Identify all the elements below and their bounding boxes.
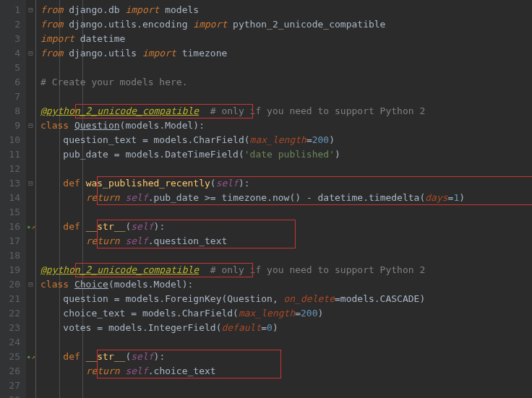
line-number: 14 <box>3 191 20 205</box>
fold-marker <box>26 321 35 335</box>
fold-marker[interactable] <box>26 220 35 234</box>
line-number: 16 <box>3 220 20 234</box>
line-number: 3 <box>3 32 20 46</box>
line-number: 17 <box>3 234 20 248</box>
line-number: 5 <box>3 61 20 75</box>
fold-marker <box>26 147 35 162</box>
line-number: 25 <box>3 350 20 364</box>
fold-marker <box>26 248 35 263</box>
line-number: 15 <box>3 205 20 220</box>
line-number: 27 <box>3 378 20 393</box>
line-number: 26 <box>3 364 20 378</box>
line-number: 4 <box>3 46 20 61</box>
code-line[interactable]: # Create your models here. <box>40 75 532 90</box>
code-line[interactable]: pub_date = models.DateTimeField('date pu… <box>40 147 532 162</box>
fold-marker <box>26 90 35 104</box>
code-line[interactable]: return self.question_text <box>40 234 532 248</box>
fold-marker <box>26 75 35 90</box>
line-number: 8 <box>3 104 20 118</box>
code-line[interactable]: def __str__(self): <box>40 350 532 364</box>
code-line[interactable] <box>40 335 532 350</box>
code-line[interactable]: class Choice(models.Model): <box>40 277 532 292</box>
line-number: 9 <box>3 118 20 133</box>
fold-marker <box>26 17 35 32</box>
code-line[interactable]: @python_2_unicode_compatible # only if y… <box>40 104 532 118</box>
code-line[interactable]: votes = models.IntegerField(default=0) <box>40 321 532 335</box>
fold-marker <box>26 32 35 46</box>
code-line[interactable]: question = models.ForeignKey(Question, o… <box>40 292 532 306</box>
fold-marker <box>26 364 35 378</box>
fold-marker[interactable] <box>26 3 35 17</box>
line-number: 21 <box>3 292 20 306</box>
code-line[interactable]: @python_2_unicode_compatible # only if y… <box>40 263 532 277</box>
fold-marker <box>26 306 35 321</box>
line-number: 12 <box>3 162 20 176</box>
line-number: 23 <box>3 321 20 335</box>
line-number: 2 <box>3 17 20 32</box>
code-line[interactable] <box>40 61 532 75</box>
line-number: 7 <box>3 90 20 104</box>
line-number: 24 <box>3 335 20 350</box>
fold-marker <box>26 133 35 147</box>
line-number: 22 <box>3 306 20 321</box>
line-number: 20 <box>3 277 20 292</box>
fold-marker[interactable] <box>26 46 35 61</box>
code-line[interactable]: from django.utils import timezone <box>40 46 532 61</box>
code-line[interactable]: return self.choice_text <box>40 364 532 378</box>
code-line[interactable] <box>40 90 532 104</box>
code-area[interactable]: from django.db import modelsfrom django.… <box>36 0 532 398</box>
code-line[interactable]: class Question(models.Model): <box>40 118 532 133</box>
fold-marker[interactable] <box>26 350 35 364</box>
line-number: 10 <box>3 133 20 147</box>
code-line[interactable] <box>40 393 532 398</box>
code-line[interactable]: choice_text = models.CharField(max_lengt… <box>40 306 532 321</box>
code-editor: 1234567891011121314151617181920212223242… <box>0 0 532 398</box>
fold-marker[interactable] <box>26 176 35 191</box>
fold-marker <box>26 191 35 205</box>
code-line[interactable]: import datetime <box>40 32 532 46</box>
fold-marker <box>26 234 35 248</box>
fold-marker <box>26 205 35 220</box>
code-line[interactable]: from django.db import models <box>40 3 532 17</box>
fold-marker <box>26 162 35 176</box>
fold-marker <box>26 61 35 75</box>
fold-marker[interactable] <box>26 118 35 133</box>
code-line[interactable] <box>40 162 532 176</box>
code-line[interactable]: def was_published_recently(self): <box>40 176 532 191</box>
code-line[interactable]: question_text = models.CharField(max_len… <box>40 133 532 147</box>
line-number: 13 <box>3 176 20 191</box>
code-line[interactable]: return self.pub_date >= timezone.now() -… <box>40 191 532 205</box>
line-number-gutter: 1234567891011121314151617181920212223242… <box>0 0 26 398</box>
line-number: 19 <box>3 263 20 277</box>
line-number: 18 <box>3 248 20 263</box>
code-line[interactable] <box>40 378 532 393</box>
fold-marker <box>26 263 35 277</box>
fold-marker <box>26 104 35 118</box>
code-line[interactable] <box>40 205 532 220</box>
fold-marker <box>26 292 35 306</box>
fold-marker[interactable] <box>26 277 35 292</box>
fold-marker <box>26 393 35 398</box>
code-line[interactable]: from django.utils.encoding import python… <box>40 17 532 32</box>
code-line[interactable]: def __str__(self): <box>40 220 532 234</box>
line-number: 11 <box>3 147 20 162</box>
line-number: 6 <box>3 75 20 90</box>
fold-marker <box>26 335 35 350</box>
fold-column <box>26 0 36 398</box>
code-line[interactable] <box>40 248 532 263</box>
fold-marker <box>26 378 35 393</box>
line-number: 1 <box>3 3 20 17</box>
line-number: 28 <box>3 393 20 398</box>
